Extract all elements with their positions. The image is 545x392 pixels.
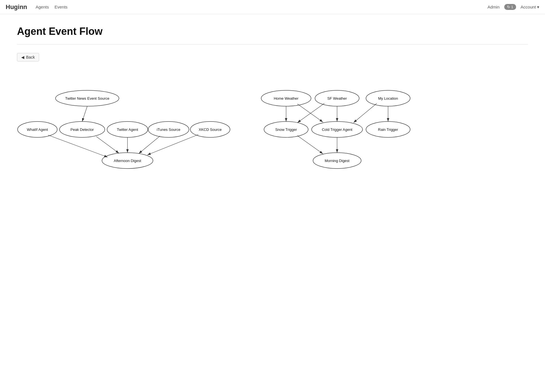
node-twitter-agent[interactable]: Twitter Agent: [107, 122, 148, 137]
node-snow-trigger-label: Snow Trigger: [275, 127, 297, 132]
node-twitter-news-label: Twitter News Event Source: [65, 96, 109, 101]
refresh-icon: ↻: [507, 5, 510, 9]
node-morning-digest-label: Morning Digest: [325, 159, 350, 163]
divider: [17, 44, 528, 44]
back-label: Back: [26, 55, 35, 59]
edge-xkcd-afternoonDigest: [147, 135, 198, 155]
account-label: Account: [521, 5, 536, 9]
agent-flow-svg: Twitter News Event Source WhatIf Agent P…: [17, 70, 527, 183]
node-peak-detector-label: Peak Detector: [71, 127, 94, 132]
page-title: Agent Event Flow: [17, 25, 528, 37]
node-home-weather[interactable]: Home Weather: [261, 90, 311, 106]
node-afternoon-digest[interactable]: Afternoon Digest: [102, 153, 153, 169]
nav-events[interactable]: Events: [54, 5, 67, 9]
node-snow-trigger[interactable]: Snow Trigger: [264, 122, 308, 137]
edge-twitterNews-peakDetector: [82, 106, 87, 122]
nav-agents[interactable]: Agents: [36, 5, 49, 9]
brand-logo[interactable]: Huginn: [6, 3, 27, 11]
jobs-badge[interactable]: ↻ 1: [504, 4, 516, 10]
admin-link[interactable]: Admin: [487, 5, 500, 9]
back-button[interactable]: ◀ Back: [17, 53, 39, 61]
node-itunes-label: iTunes Source: [157, 127, 180, 132]
node-cold-trigger-label: Cold Trigger Agent: [322, 127, 352, 132]
node-peak-detector[interactable]: Peak Detector: [59, 122, 105, 137]
node-my-location[interactable]: My Location: [366, 90, 410, 106]
edge-peakDetector-afternoonDigest: [96, 137, 119, 153]
node-my-location-label: My Location: [378, 96, 398, 101]
node-rain-trigger-label: Rain Trigger: [378, 127, 398, 132]
page-content: Agent Event Flow ◀ Back Twitter News Eve…: [0, 14, 545, 195]
node-whatif-label: WhatIf Agent: [27, 127, 48, 132]
node-itunes[interactable]: iTunes Source: [148, 122, 189, 137]
edge-myLocation-coldTrigger: [354, 103, 377, 123]
node-xkcd-label: XKCD Source: [199, 127, 222, 132]
chevron-down-icon: ▾: [537, 5, 539, 10]
node-afternoon-digest-label: Afternoon Digest: [114, 159, 141, 163]
node-home-weather-label: Home Weather: [274, 96, 299, 101]
node-xkcd[interactable]: XKCD Source: [190, 122, 230, 137]
account-menu[interactable]: Account ▾: [521, 5, 539, 10]
edge-homeWeather-coldTrigger: [297, 104, 323, 122]
node-whatif[interactable]: WhatIf Agent: [18, 122, 57, 137]
node-sf-weather[interactable]: SF Weather: [315, 90, 359, 106]
chevron-left-icon: ◀: [21, 55, 24, 59]
navbar: Huginn Agents Events Admin ↻ 1 Account ▾: [0, 0, 545, 14]
edge-sfWeather-snowTrigger: [297, 103, 324, 123]
edge-snowTrigger-morningDigest: [297, 136, 323, 154]
node-morning-digest[interactable]: Morning Digest: [313, 153, 361, 169]
node-rain-trigger[interactable]: Rain Trigger: [366, 122, 410, 137]
node-twitter-agent-label: Twitter Agent: [117, 127, 138, 132]
flow-diagram: Twitter News Event Source WhatIf Agent P…: [17, 70, 528, 183]
node-cold-trigger[interactable]: Cold Trigger Agent: [312, 122, 363, 137]
edge-itunes-afternoonDigest: [139, 136, 160, 154]
navbar-right: Admin ↻ 1 Account ▾: [487, 4, 539, 10]
badge-count: 1: [511, 5, 513, 9]
node-twitter-news[interactable]: Twitter News Event Source: [56, 90, 119, 106]
node-sf-weather-label: SF Weather: [327, 96, 347, 101]
